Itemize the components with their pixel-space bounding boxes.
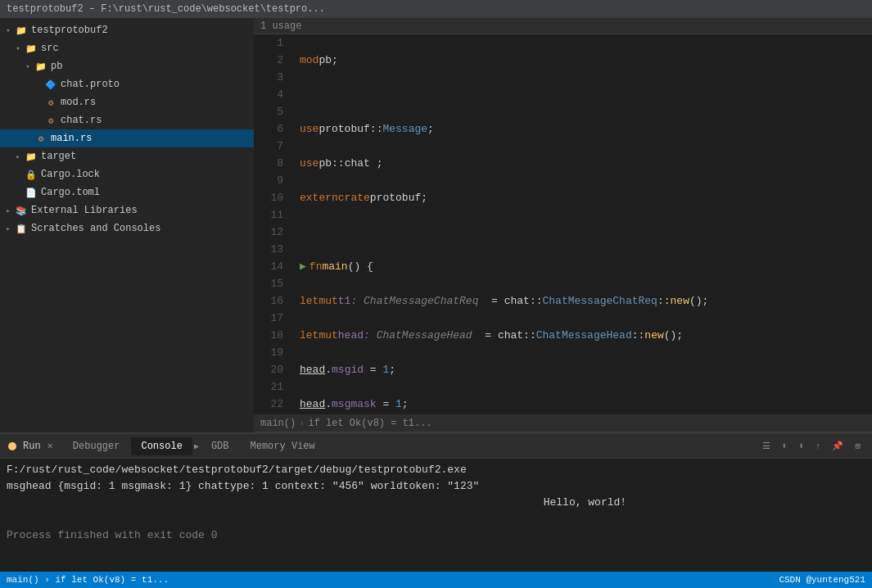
code-line-1: mod pb; (300, 52, 865, 69)
code-line-10: head.msgid = 1; (300, 361, 865, 378)
cargo-toml-label: Cargo.toml (41, 187, 100, 198)
debug-label: Run (20, 441, 44, 452)
chat-rs-icon: ⚙ (44, 114, 57, 127)
scratches-icon: 📋 (15, 222, 28, 235)
console-line-1: F:/rust/rust_code/websocket/testprotobuf… (7, 462, 865, 478)
toolbar-btn-pin[interactable]: 📌 (827, 439, 848, 453)
line-numbers: 1 2 3 4 5 6 7 8 9 10 11 12 13 14 15 16 1… (254, 34, 293, 414)
sidebar-item-cargo-lock[interactable]: 🔒 Cargo.lock (0, 165, 254, 183)
code-editor[interactable]: mod pb; use protobuf::Message; use pb::c… (293, 34, 872, 414)
main-rs-icon: ⚙ (34, 132, 47, 145)
chat-proto-label: chat.proto (61, 79, 120, 90)
status-left: main() › if let Ok(v8) = t1... (7, 575, 169, 585)
sidebar-item-root[interactable]: ▾ 📁 testprotobuf2 (0, 21, 254, 39)
mod-rs-arrow (33, 97, 43, 107)
src-arrow: ▾ (13, 43, 23, 53)
root-folder-icon: 📁 (15, 24, 28, 37)
cargo-lock-arrow (13, 170, 23, 179)
sidebar-item-main-rs[interactable]: ⚙ main.rs (0, 129, 254, 147)
main-area: ▾ 📁 testprotobuf2 ▾ 📁 src ▾ 📁 pb 🔷 chat.… (0, 18, 872, 432)
ext-libs-label: External Libraries (31, 205, 138, 216)
toolbar-btn-up-scroll[interactable]: ⬆ (777, 439, 793, 453)
sidebar-item-ext-libs[interactable]: ▸ 📚 External Libraries (0, 201, 254, 219)
chat-rs-arrow (33, 115, 43, 125)
scratches-label: Scratches and Consoles (31, 223, 160, 234)
toolbar-btn-up[interactable]: ↑ (811, 440, 826, 453)
mod-rs-icon: ⚙ (44, 96, 57, 109)
sidebar-item-target[interactable]: ▸ 📁 target (0, 147, 254, 165)
ext-libs-arrow: ▸ (3, 206, 13, 215)
cargo-toml-arrow (13, 188, 23, 197)
sidebar-item-cargo-toml[interactable]: 📄 Cargo.toml (0, 183, 254, 201)
debug-session-tab[interactable]: Run ✕ (3, 440, 53, 452)
usage-hint: 1 usage (260, 20, 301, 32)
target-arrow: ▸ (13, 152, 23, 161)
breadcrumb-fn: main() (260, 418, 296, 429)
pb-folder-icon: 📁 (34, 60, 47, 73)
code-line-11: head.msgmask = 1; (300, 396, 865, 413)
tab-gdb-container: ▶ GDB (194, 437, 239, 455)
sidebar-item-chat-proto[interactable]: 🔷 chat.proto (0, 75, 254, 93)
sidebar: ▾ 📁 testprotobuf2 ▾ 📁 src ▾ 📁 pb 🔷 chat.… (0, 18, 254, 432)
chat-rs-label: chat.rs (61, 115, 102, 126)
code-container[interactable]: 1 2 3 4 5 6 7 8 9 10 11 12 13 14 15 16 1… (254, 34, 872, 414)
editor: 1 usage 1 2 3 4 5 6 7 8 9 10 11 12 13 14… (254, 18, 872, 432)
toolbar-btn-down[interactable]: ⬇ (793, 439, 809, 453)
code-line-9: let mut head : ChatMessageHead = chat::C… (300, 327, 865, 344)
panel-tabs: Run ✕ Debugger Console ▶ GDB Memory View… (0, 434, 872, 459)
sidebar-item-scratches[interactable]: ▸ 📋 Scratches and Consoles (0, 219, 254, 237)
console-line-5: Process finished with exit code 0 (7, 527, 865, 544)
sidebar-item-mod-rs[interactable]: ⚙ mod.rs (0, 93, 254, 111)
breadcrumb-sep: › (299, 418, 305, 429)
root-label: testprotobuf2 (31, 25, 108, 36)
chat-proto-arrow (33, 79, 43, 89)
root-arrow: ▾ (3, 25, 13, 35)
main-rs-arrow (23, 133, 33, 143)
code-line-3: use protobuf::Message; (300, 120, 865, 138)
src-label: src (41, 43, 59, 54)
code-line-8: let mut t1 : ChatMessageChatReq = chat::… (300, 292, 865, 310)
cargo-lock-icon: 🔒 (25, 168, 38, 181)
breadcrumb-bar: main() › if let Ok(v8) = t1... (254, 414, 872, 432)
tab-console[interactable]: Console (131, 437, 192, 455)
breadcrumb-expr: if let Ok(v8) = t1... (308, 418, 431, 429)
toolbar-btn-grid[interactable]: ⊞ (850, 439, 865, 453)
tab-memory-view[interactable]: Memory View (241, 437, 325, 455)
code-line-7: ▶fn main() { (300, 258, 865, 275)
code-line-2 (300, 86, 865, 103)
status-right: CSDN @yunteng521 (779, 575, 865, 585)
titlebar-text: testprotobuf2 – F:\rust\rust_code\websoc… (7, 3, 325, 15)
target-folder-icon: 📁 (25, 150, 38, 163)
cargo-lock-label: Cargo.lock (41, 169, 100, 180)
cargo-toml-icon: 📄 (25, 186, 38, 199)
close-debug-icon[interactable]: ✕ (47, 440, 53, 452)
gdb-arrow-icon: ▶ (194, 441, 199, 451)
debug-indicator (8, 442, 16, 450)
sidebar-item-pb[interactable]: ▾ 📁 pb (0, 57, 254, 75)
main-rs-label: main.rs (51, 133, 92, 144)
sidebar-item-chat-rs[interactable]: ⚙ chat.rs (0, 111, 254, 129)
toolbar-btn-list[interactable]: ☰ (757, 439, 775, 453)
tab-debugger[interactable]: Debugger (63, 437, 130, 455)
project-tree: ▾ 📁 testprotobuf2 ▾ 📁 src ▾ 📁 pb 🔷 chat.… (0, 18, 254, 432)
console-line-2: msghead {msgid: 1 msgmask: 1} chattype: … (7, 478, 865, 495)
chat-proto-icon: 🔷 (44, 78, 57, 91)
panel-toolbar: ☰ ⬆ ⬇ ↑ 📌 ⊞ (757, 439, 869, 453)
bottom-panel: Run ✕ Debugger Console ▶ GDB Memory View… (0, 432, 872, 572)
ext-libs-icon: 📚 (15, 204, 28, 217)
status-bar: main() › if let Ok(v8) = t1... CSDN @yun… (0, 572, 872, 588)
titlebar: testprotobuf2 – F:\rust\rust_code\websoc… (0, 0, 872, 18)
scratches-arrow: ▸ (3, 224, 13, 233)
pb-label: pb (51, 61, 62, 72)
pb-arrow: ▾ (23, 61, 33, 71)
code-line-5: extern crate protobuf; (300, 189, 865, 206)
console-line-4 (7, 511, 865, 527)
console-output: F:/rust/rust_code/websocket/testprotobuf… (0, 459, 872, 572)
mod-rs-label: mod.rs (61, 97, 96, 108)
tab-gdb[interactable]: GDB (201, 437, 239, 455)
code-line-4: use pb::chat ; (300, 155, 865, 172)
src-folder-icon: 📁 (25, 42, 38, 55)
console-line-3: Hello, world! (7, 495, 865, 511)
target-label: target (41, 151, 76, 162)
sidebar-item-src[interactable]: ▾ 📁 src (0, 39, 254, 57)
